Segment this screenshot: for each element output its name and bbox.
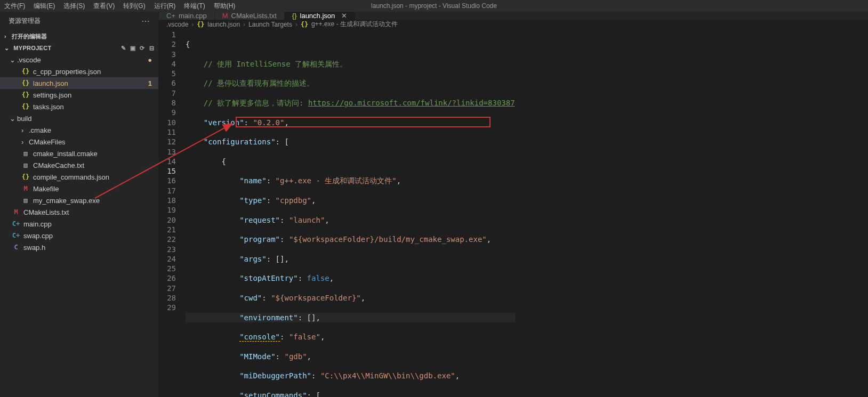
tab-label: main.cpp bbox=[179, 12, 207, 20]
new-folder-icon[interactable]: ▣ bbox=[130, 45, 135, 52]
menu-edit[interactable]: 编辑(E) bbox=[29, 2, 59, 11]
file-label: compile_commands.json bbox=[33, 173, 109, 181]
file-label: CMakeCache.txt bbox=[33, 161, 84, 169]
json-icon: {} bbox=[301, 21, 308, 28]
tab-bar: C+ main.cpp M CMakeLists.txt {} launch.j… bbox=[159, 12, 868, 20]
chevron-right-icon: › bbox=[191, 21, 194, 28]
file-settings-json[interactable]: {} settings.json bbox=[0, 89, 158, 101]
tab-main-cpp[interactable]: C+ main.cpp bbox=[159, 12, 215, 20]
explorer-label: 资源管理器 bbox=[9, 17, 41, 26]
menu-go[interactable]: 转到(G) bbox=[119, 2, 149, 11]
open-editors-header[interactable]: › 打开的编辑器 bbox=[0, 30, 158, 42]
explorer-title: 资源管理器 ⋯ bbox=[0, 12, 158, 30]
folder-label: .vscode bbox=[17, 56, 41, 64]
file-cmakecache[interactable]: ▤ CMakeCache.txt bbox=[0, 159, 158, 171]
cmake-icon: M bbox=[222, 12, 228, 20]
file-ccpp-properties[interactable]: {} c_cpp_properties.json bbox=[0, 66, 158, 77]
json-icon: {} bbox=[21, 173, 30, 181]
crumb-section[interactable]: Launch Targets bbox=[248, 21, 292, 28]
crumb-leaf[interactable]: g++.exe - 生成和调试活动文件 bbox=[311, 20, 398, 29]
refresh-icon[interactable]: ⟳ bbox=[140, 45, 144, 52]
header-icon: C bbox=[12, 243, 20, 252]
json-icon: {} bbox=[21, 67, 30, 76]
file-cmakelists[interactable]: M CMakeLists.txt bbox=[0, 206, 158, 218]
folder-label: .cmake bbox=[29, 126, 51, 134]
file-label: swap.cpp bbox=[23, 232, 53, 240]
folder-build[interactable]: ⌄ build bbox=[0, 112, 158, 124]
folder-cmake[interactable]: › .cmake bbox=[0, 124, 158, 136]
tab-label: launch.json bbox=[300, 12, 335, 20]
chevron-right-icon: › bbox=[4, 33, 10, 39]
git-dot-icon: ● bbox=[148, 56, 152, 64]
chevron-down-icon: ⌄ bbox=[10, 115, 15, 123]
file-label: my_cmake_swap.exe bbox=[33, 197, 100, 205]
code-editor[interactable]: 12345 678910 1112131415 1617181920 21222… bbox=[159, 29, 868, 397]
new-file-icon[interactable]: ✎ bbox=[121, 45, 126, 52]
cpp-icon: C+ bbox=[12, 220, 20, 228]
file-label: CMakeLists.txt bbox=[23, 208, 69, 216]
chevron-right-icon: › bbox=[21, 126, 27, 134]
cmake-icon: M bbox=[12, 208, 20, 216]
menu-file[interactable]: 文件(F) bbox=[0, 2, 29, 11]
line-gutter: 12345 678910 1112131415 1617181920 21222… bbox=[159, 29, 186, 397]
menu-view[interactable]: 查看(V) bbox=[89, 2, 119, 11]
menu-help[interactable]: 帮助(H) bbox=[210, 2, 240, 11]
file-launch-json[interactable]: {} launch.json 1 bbox=[0, 77, 158, 89]
json-icon: {} bbox=[197, 21, 204, 28]
folder-cmakefiles[interactable]: › CMakeFiles bbox=[0, 136, 158, 148]
chevron-right-icon: › bbox=[21, 138, 27, 146]
crumb-folder[interactable]: .vscode bbox=[166, 21, 188, 28]
cpp-icon: C+ bbox=[12, 231, 20, 240]
file-label: Makefile bbox=[33, 185, 59, 193]
cpp-icon: C+ bbox=[166, 12, 175, 20]
menu-terminal[interactable]: 终端(T) bbox=[180, 2, 209, 11]
crumb-file[interactable]: launch.json bbox=[207, 21, 240, 28]
file-label: settings.json bbox=[33, 91, 71, 99]
json-icon: {} bbox=[21, 79, 30, 87]
file-label: main.cpp bbox=[23, 220, 52, 228]
modified-badge: 1 bbox=[148, 79, 152, 87]
folder-vscode[interactable]: ⌄ .vscode ● bbox=[0, 54, 158, 66]
menu-run[interactable]: 运行(R) bbox=[150, 2, 180, 11]
file-tasks-json[interactable]: {} tasks.json bbox=[0, 101, 158, 112]
explorer-sidebar: 资源管理器 ⋯ › 打开的编辑器 ⌄ MYPROJECT ✎ ▣ ⟳ ⊟ ⌄ .… bbox=[0, 12, 159, 397]
menubar: 文件(F) 编辑(E) 选择(S) 查看(V) 转到(G) 运行(R) 终端(T… bbox=[0, 0, 868, 12]
folder-label: build bbox=[17, 115, 31, 123]
file-label: tasks.json bbox=[33, 103, 64, 111]
editor-area: C+ main.cpp M CMakeLists.txt {} launch.j… bbox=[159, 12, 868, 397]
file-label: cmake_install.cmake bbox=[33, 150, 98, 158]
file-icon: ▤ bbox=[21, 149, 30, 158]
chevron-right-icon: › bbox=[243, 21, 245, 28]
ellipsis-icon[interactable]: ⋯ bbox=[141, 16, 150, 26]
chevron-down-icon: ⌄ bbox=[4, 45, 10, 52]
open-editors-label: 打开的编辑器 bbox=[12, 33, 47, 40]
makefile-icon: M bbox=[21, 184, 30, 193]
menu-select[interactable]: 选择(S) bbox=[59, 2, 89, 11]
file-makefile[interactable]: M Makefile bbox=[0, 183, 158, 195]
breadcrumb[interactable]: .vscode › {} launch.json › Launch Target… bbox=[159, 20, 868, 29]
close-icon[interactable]: ✕ bbox=[341, 12, 347, 20]
file-compile-commands[interactable]: {} compile_commands.json bbox=[0, 171, 158, 183]
file-label: launch.json bbox=[33, 79, 68, 87]
file-icon: ▤ bbox=[21, 196, 30, 205]
tab-cmakelists[interactable]: M CMakeLists.txt bbox=[215, 12, 285, 20]
chevron-right-icon: › bbox=[295, 21, 298, 28]
collapse-icon[interactable]: ⊟ bbox=[149, 45, 154, 52]
file-main-cpp[interactable]: C+ main.cpp bbox=[0, 218, 158, 230]
folder-label: CMakeFiles bbox=[29, 138, 66, 146]
file-cmake-install[interactable]: ▤ cmake_install.cmake bbox=[0, 148, 158, 159]
chevron-down-icon: ⌄ bbox=[10, 56, 15, 64]
file-label: swap.h bbox=[23, 244, 45, 252]
project-label: MYPROJECT bbox=[13, 45, 51, 51]
file-label: c_cpp_properties.json bbox=[33, 68, 101, 76]
file-exe[interactable]: ▤ my_cmake_swap.exe bbox=[0, 195, 158, 206]
json-icon: {} bbox=[21, 102, 30, 111]
tab-launch-json[interactable]: {} launch.json ✕ bbox=[285, 12, 355, 20]
file-icon: ▤ bbox=[21, 161, 30, 169]
project-header[interactable]: ⌄ MYPROJECT ✎ ▣ ⟳ ⊟ bbox=[0, 42, 158, 54]
file-swap-h[interactable]: C swap.h bbox=[0, 241, 158, 253]
json-icon: {} bbox=[21, 91, 30, 99]
code-lines[interactable]: { // 使用 IntelliSense 了解相关属性。 // 悬停以查看现有属… bbox=[186, 29, 515, 397]
file-swap-cpp[interactable]: C+ swap.cpp bbox=[0, 230, 158, 241]
json-icon: {} bbox=[292, 12, 297, 20]
